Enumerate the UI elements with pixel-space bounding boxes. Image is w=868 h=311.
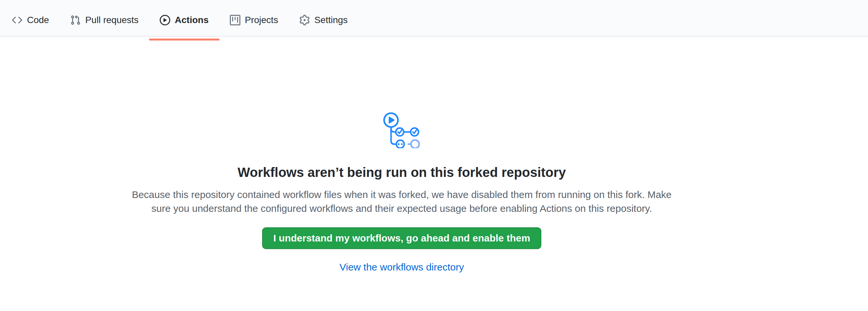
page-title: Workflows aren’t being run on this forke… bbox=[0, 164, 803, 181]
page-description: Because this repository contained workfl… bbox=[128, 188, 675, 215]
tab-code[interactable]: Code bbox=[1, 4, 60, 36]
active-tab-underline bbox=[149, 38, 219, 40]
code-icon bbox=[12, 15, 22, 25]
actions-disabled-page: Workflows aren’t being run on this forke… bbox=[0, 37, 868, 273]
project-icon bbox=[230, 15, 240, 25]
tab-actions[interactable]: Actions bbox=[149, 4, 219, 36]
tab-projects[interactable]: Projects bbox=[219, 4, 289, 36]
blankslate: Workflows aren’t being run on this forke… bbox=[0, 37, 803, 273]
tab-label: Projects bbox=[245, 15, 278, 25]
view-workflows-link[interactable]: View the workflows directory bbox=[340, 261, 464, 273]
repo-nav: Code Pull requests Actions Projects Sett… bbox=[0, 0, 868, 37]
tab-label: Settings bbox=[314, 15, 348, 25]
tab-label: Pull requests bbox=[85, 15, 138, 25]
git-pull-request-icon bbox=[70, 15, 81, 25]
tab-settings[interactable]: Settings bbox=[289, 4, 358, 36]
enable-workflows-button[interactable]: I understand my workflows, go ahead and … bbox=[262, 227, 541, 249]
tab-label: Actions bbox=[175, 15, 209, 25]
tab-pull-requests[interactable]: Pull requests bbox=[60, 4, 149, 36]
workflow-graph-icon bbox=[383, 110, 420, 148]
gear-icon bbox=[299, 15, 310, 25]
secondary-action-row: View the workflows directory bbox=[0, 261, 803, 273]
tab-label: Code bbox=[27, 15, 49, 25]
play-icon bbox=[160, 15, 170, 25]
